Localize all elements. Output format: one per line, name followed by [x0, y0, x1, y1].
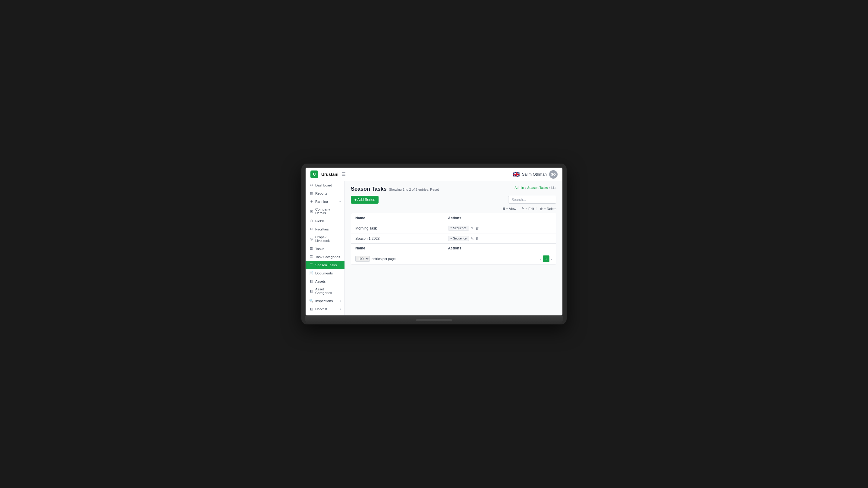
delete-row-button[interactable]: 🗑 [475, 226, 479, 230]
tasks-icon: ☰ [309, 247, 313, 251]
sidebar-item-label: Sales [315, 315, 338, 316]
view-action[interactable]: ⊞ = View [502, 207, 516, 210]
chevron-right-icon: ‹ [340, 307, 341, 311]
sidebar-item-label: Season Tasks [315, 263, 341, 267]
sidebar-item-sales[interactable]: ◧ Sales ‹ [306, 313, 344, 315]
sidebar-item-label: Dashboard [315, 184, 341, 187]
next-page-button[interactable]: › [551, 257, 552, 261]
sidebar-item-label: Harvest [315, 307, 338, 311]
breadcrumb-sep: / [549, 186, 550, 190]
sidebar-item-reports[interactable]: ▦ Reports [306, 189, 344, 197]
sidebar-item-season-tasks[interactable]: ☰ Season Tasks [306, 261, 344, 269]
sidebar-item-task-categories[interactable]: ☰ Task Categories [306, 253, 344, 261]
row-name: Season 1 2023 [351, 233, 444, 244]
app-logo: U [310, 170, 318, 178]
page-subtitle: Showing 1 to 2 of 2 entries. Reset [389, 188, 439, 191]
sidebar-item-label: Asset Categories [315, 287, 341, 295]
sidebar-item-assets[interactable]: ◧ Assets [306, 277, 344, 285]
table-row: Season 1 2023 ≡ Sequence ✎ 🗑 [351, 233, 556, 244]
edit-row-button[interactable]: ✎ [471, 226, 474, 230]
sidebar-item-facilities[interactable]: ⚙ Facilities [306, 225, 344, 233]
assets-icon: ◧ [309, 279, 313, 283]
sidebar-item-dashboard[interactable]: ⊙ Dashboard [306, 181, 344, 189]
view-icon: ⊞ [502, 207, 505, 210]
sidebar-item-asset-categories[interactable]: ◧ Asset Categories [306, 285, 344, 297]
sidebar-item-company-details[interactable]: ▣ Company Details [306, 205, 344, 217]
sidebar-item-label: Crops / Livestock [315, 235, 341, 242]
entries-per-page-select[interactable]: 100 50 25 [355, 256, 370, 262]
delete-icon: 🗑 [540, 207, 543, 210]
main-content: Season Tasks Showing 1 to 2 of 2 entries… [345, 181, 562, 315]
sidebar-item-inspections[interactable]: 🔍 Inspections ‹ [306, 297, 344, 305]
language-flag[interactable]: 🇬🇧 [513, 171, 520, 178]
sidebar-item-label: Tasks [315, 247, 341, 251]
sidebar-item-label: Facilities [315, 227, 341, 231]
row-actions: ≡ Sequence ✎ 🗑 [444, 233, 556, 244]
current-page[interactable]: 1 [543, 255, 550, 262]
footer-col-actions: Actions [444, 244, 556, 253]
sidebar-item-documents[interactable]: 📄 Documents [306, 269, 344, 277]
edit-action[interactable]: ✎ = Edit [522, 207, 534, 210]
sidebar-item-label: Assets [315, 280, 341, 283]
sidebar-item-label: Inspections [315, 299, 338, 303]
crops-icon: ◎ [309, 237, 313, 241]
chevron-down-icon: ▾ [339, 200, 341, 203]
sidebar-item-harvest[interactable]: ◧ Harvest ‹ [306, 305, 344, 313]
sidebar: ⊙ Dashboard ▦ Reports ◈ Farming ▾ ▣ Co [306, 181, 345, 315]
sidebar-item-label: Company Details [315, 207, 341, 215]
entries-label: entries per page [372, 257, 396, 261]
task-cat-icon: ☰ [309, 255, 313, 259]
data-table: Name Actions Morning Task ≡ Sequence [351, 213, 556, 265]
sequence-badge[interactable]: ≡ Sequence [448, 236, 469, 241]
breadcrumb-list: List [551, 186, 556, 190]
breadcrumb-season-tasks[interactable]: Season Tasks [527, 186, 548, 190]
asset-cat-icon: ◧ [309, 289, 313, 293]
fields-icon: ⬡ [309, 219, 313, 223]
season-tasks-icon: ☰ [309, 263, 313, 267]
page-title: Season Tasks [351, 186, 387, 192]
delete-action[interactable]: 🗑 = Delete [540, 207, 556, 210]
documents-icon: 📄 [309, 271, 313, 275]
sidebar-item-label: Documents [315, 271, 341, 275]
edit-row-button[interactable]: ✎ [471, 236, 474, 241]
table-footer-controls: 100 50 25 entries per page ‹ [351, 253, 556, 265]
search-input[interactable] [508, 196, 556, 204]
hamburger-icon[interactable]: ☰ [341, 171, 346, 177]
breadcrumb-admin[interactable]: Admin [515, 186, 524, 190]
sidebar-item-crops-livestock[interactable]: ◎ Crops / Livestock [306, 233, 344, 245]
col-header-name: Name [351, 213, 444, 223]
prev-page-button[interactable]: ‹ [540, 257, 541, 261]
reports-icon: ▦ [309, 191, 313, 195]
add-series-button[interactable]: + Add Series [351, 196, 378, 204]
row-actions: ≡ Sequence ✎ 🗑 [444, 223, 556, 233]
sidebar-item-label: Task Categories [315, 255, 341, 259]
user-name: Salim Othman [522, 172, 547, 176]
row-name: Morning Task [351, 223, 444, 233]
table-row: Morning Task ≡ Sequence ✎ 🗑 [351, 223, 556, 233]
sidebar-item-farming[interactable]: ◈ Farming ▾ [306, 197, 344, 205]
col-header-actions: Actions [444, 213, 556, 223]
sidebar-item-tasks[interactable]: ☰ Tasks [306, 245, 344, 253]
sequence-badge[interactable]: ≡ Sequence [448, 226, 469, 231]
app-name: Urustani [321, 172, 338, 177]
farming-icon: ◈ [309, 199, 313, 203]
sidebar-item-label: Reports [315, 192, 341, 195]
table-footer-header: Name Actions [351, 244, 556, 253]
chevron-right-icon: ‹ [340, 299, 341, 302]
delete-row-button[interactable]: 🗑 [475, 236, 479, 241]
dashboard-icon: ⊙ [309, 183, 313, 187]
sidebar-item-label: Fields [315, 219, 341, 223]
footer-col-name: Name [351, 244, 444, 253]
sidebar-item-label: Farming [315, 200, 338, 203]
sidebar-item-fields[interactable]: ⬡ Fields [306, 217, 344, 225]
facilities-icon: ⚙ [309, 227, 313, 231]
user-avatar[interactable]: SO [549, 170, 558, 178]
edit-icon: ✎ [522, 207, 524, 210]
harvest-icon: ◧ [309, 307, 313, 311]
company-icon: ▣ [309, 209, 313, 213]
breadcrumb: Admin / Season Tasks / List [515, 186, 556, 190]
inspections-icon: 🔍 [309, 299, 313, 303]
breadcrumb-sep: / [525, 186, 526, 190]
pagination: ‹ 1 › [540, 255, 552, 262]
